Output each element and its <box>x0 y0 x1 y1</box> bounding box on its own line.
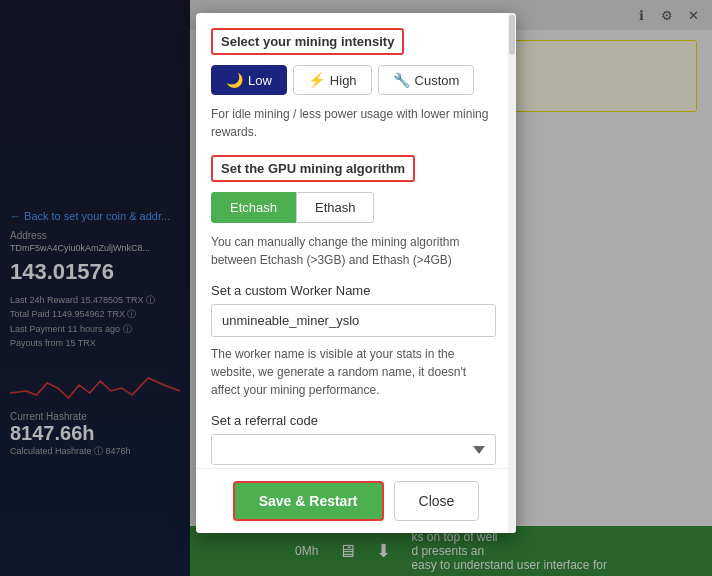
wrench-icon: 🔧 <box>393 72 410 88</box>
intensity-buttons: 🌙 Low ⚡ High 🔧 Custom <box>211 65 496 95</box>
scrollbar-thumb <box>509 15 515 55</box>
worker-name-description: The worker name is visible at your stats… <box>211 345 496 399</box>
referral-label: Set a referral code <box>211 413 496 428</box>
settings-modal: Select your mining intensity 🌙 Low ⚡ Hig… <box>196 13 516 533</box>
intensity-description: For idle mining / less power usage with … <box>211 105 496 141</box>
modal-overlay: Select your mining intensity 🌙 Low ⚡ Hig… <box>0 0 712 576</box>
low-label: Low <box>248 73 272 88</box>
algo-etchash-button[interactable]: Etchash <box>211 192 296 223</box>
worker-name-input[interactable] <box>211 304 496 337</box>
close-button[interactable]: Close <box>394 481 480 521</box>
algo-ethash-button[interactable]: Ethash <box>296 192 374 223</box>
intensity-custom-button[interactable]: 🔧 Custom <box>378 65 475 95</box>
worker-name-label: Set a custom Worker Name <box>211 283 496 298</box>
algo-description: You can manually change the mining algor… <box>211 233 496 269</box>
custom-label: Custom <box>415 73 460 88</box>
algo-buttons: Etchash Ethash <box>211 192 496 223</box>
modal-body: Select your mining intensity 🌙 Low ⚡ Hig… <box>196 13 516 468</box>
intensity-high-button[interactable]: ⚡ High <box>293 65 372 95</box>
high-label: High <box>330 73 357 88</box>
modal-footer: Save & Restart Close <box>196 468 516 533</box>
gpu-section-header: Set the GPU mining algorithm <box>211 155 415 182</box>
referral-select[interactable] <box>211 434 496 465</box>
intensity-low-button[interactable]: 🌙 Low <box>211 65 287 95</box>
lightning-icon: ⚡ <box>308 72 325 88</box>
save-restart-button[interactable]: Save & Restart <box>233 481 384 521</box>
intensity-section-header: Select your mining intensity <box>211 28 404 55</box>
modal-scrollbar[interactable] <box>508 13 516 533</box>
moon-icon: 🌙 <box>226 72 243 88</box>
